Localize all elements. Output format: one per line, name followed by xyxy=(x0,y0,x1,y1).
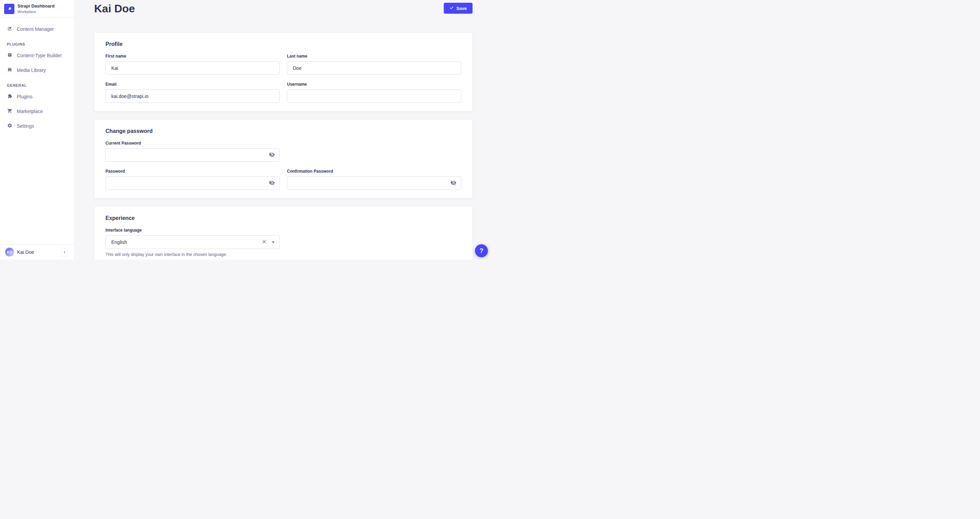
username-field: Username xyxy=(287,82,461,103)
workspace-brand[interactable]: Strapi Dashboard Workplace xyxy=(0,0,74,17)
sidebar-item-content-manager[interactable]: Content Manager xyxy=(0,23,72,35)
eye-off-icon xyxy=(450,180,457,187)
new-password-input[interactable] xyxy=(105,177,280,190)
sidebar-item-label: Media Library xyxy=(17,67,46,73)
confirmation-password-field: Confirmation Password xyxy=(287,169,461,190)
avatar[interactable]: KD xyxy=(5,248,14,256)
experience-card-title: Experience xyxy=(105,215,461,221)
sidebar-nav: Content Manager PLUGINS Content-Type Bui… xyxy=(0,18,74,132)
confirmation-password-label: Confirmation Password xyxy=(287,169,461,174)
sidebar-section-plugins: PLUGINS xyxy=(7,42,74,46)
main-content: Kai Doe Save Profile First name xyxy=(75,0,490,260)
chevron-left-icon xyxy=(63,250,66,255)
username-input[interactable] xyxy=(287,89,461,103)
workspace-title: Strapi Dashboard xyxy=(18,3,54,9)
username-label: Username xyxy=(287,82,461,87)
interface-language-field: Interface language English This wi xyxy=(105,228,280,257)
toggle-password-visibility-button[interactable] xyxy=(450,179,457,187)
first-name-label: First name xyxy=(105,54,280,59)
new-password-label: Password xyxy=(105,169,280,174)
help-button[interactable]: ? xyxy=(475,244,488,257)
sidebar-section-general: GENERAL xyxy=(7,83,74,88)
profile-card-title: Profile xyxy=(105,41,461,47)
strapi-logo-icon xyxy=(4,4,14,14)
page-header: Kai Doe Save xyxy=(94,0,473,33)
change-password-title: Change password xyxy=(105,128,461,134)
clear-selection-button[interactable] xyxy=(261,239,267,246)
profile-card: Profile First name Last name Email xyxy=(94,33,473,111)
current-password-field: Current Password xyxy=(105,141,280,162)
sidebar-item-plugins[interactable]: Plugins xyxy=(0,91,72,102)
check-icon xyxy=(450,6,454,11)
eye-off-icon xyxy=(269,151,275,159)
toggle-password-visibility-button[interactable] xyxy=(268,179,276,187)
experience-card: Experience Interface language English xyxy=(94,207,473,260)
sidebar-footer: KD Kai Doe xyxy=(0,244,74,260)
gear-icon xyxy=(7,123,12,129)
interface-language-label: Interface language xyxy=(105,228,280,232)
last-name-label: Last name xyxy=(287,54,461,59)
page-title: Kai Doe xyxy=(94,2,135,16)
first-name-field: First name xyxy=(105,54,280,75)
interface-language-value: English xyxy=(111,239,261,245)
sidebar-collapse-button[interactable] xyxy=(61,248,67,256)
first-name-input[interactable] xyxy=(105,61,280,75)
sidebar-item-label: Plugins xyxy=(17,94,33,99)
sidebar-item-label: Settings xyxy=(17,123,34,129)
email-input[interactable] xyxy=(105,89,280,103)
confirmation-password-input[interactable] xyxy=(287,177,461,190)
cart-icon xyxy=(7,108,12,115)
last-name-input[interactable] xyxy=(287,61,461,75)
feather-edit-icon xyxy=(7,26,12,32)
workspace-subtitle: Workplace xyxy=(18,10,54,14)
email-field: Email xyxy=(105,82,280,103)
sidebar-item-label: Content-Type Builder xyxy=(17,53,62,58)
toggle-password-visibility-button[interactable] xyxy=(268,151,276,159)
new-password-field: Password xyxy=(105,169,280,190)
email-label: Email xyxy=(105,82,280,87)
interface-language-hint: This will only display your own interfac… xyxy=(105,252,280,257)
user-name[interactable]: Kai Doe xyxy=(17,249,58,255)
eye-off-icon xyxy=(269,180,275,187)
sidebar-item-content-type-builder[interactable]: Content-Type Builder xyxy=(0,50,72,61)
sidebar-item-label: Marketplace xyxy=(17,108,43,114)
save-button[interactable]: Save xyxy=(444,3,473,14)
sidebar-item-settings[interactable]: Settings xyxy=(0,120,72,132)
puzzle-icon xyxy=(7,94,12,100)
sidebar-item-label: Content Manager xyxy=(17,26,54,32)
app: Strapi Dashboard Workplace Content Manag… xyxy=(0,0,490,260)
interface-language-select[interactable]: English xyxy=(105,236,280,249)
save-button-label: Save xyxy=(457,6,467,11)
sidebar-item-marketplace[interactable]: Marketplace xyxy=(0,105,72,117)
current-password-input[interactable] xyxy=(105,148,280,162)
sidebar: Strapi Dashboard Workplace Content Manag… xyxy=(0,0,75,260)
layout-grid-icon xyxy=(7,53,12,59)
chevron-down-icon xyxy=(272,242,275,243)
image-icon xyxy=(7,67,12,73)
change-password-card: Change password Current Password xyxy=(94,119,473,198)
close-icon xyxy=(262,239,267,245)
current-password-label: Current Password xyxy=(105,141,280,146)
sidebar-item-media-library[interactable]: Media Library xyxy=(0,64,72,76)
last-name-field: Last name xyxy=(287,54,461,75)
